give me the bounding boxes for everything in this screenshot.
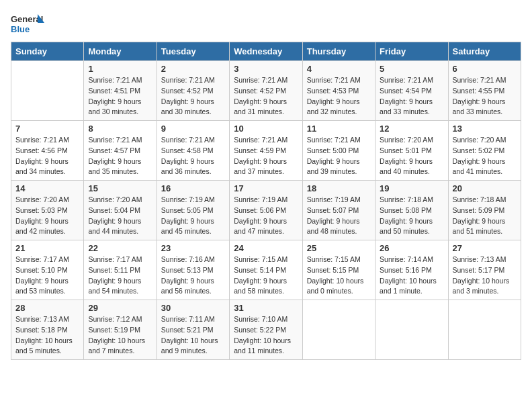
- cell-week2-day3: 17Sunrise: 7:19 AMSunset: 5:06 PMDayligh…: [230, 181, 302, 240]
- day-info: Sunrise: 7:21 AMSunset: 4:52 PMDaylight:…: [234, 75, 298, 118]
- day-number: 1: [88, 64, 152, 74]
- cell-week4-day1: 29Sunrise: 7:12 AMSunset: 5:19 PMDayligh…: [84, 300, 157, 360]
- col-header-saturday: Saturday: [448, 42, 521, 61]
- day-number: 11: [307, 124, 371, 134]
- cell-week2-day1: 15Sunrise: 7:20 AMSunset: 5:04 PMDayligh…: [84, 181, 157, 240]
- cell-week3-day6: 27Sunrise: 7:13 AMSunset: 5:17 PMDayligh…: [448, 240, 521, 300]
- cell-week1-day0: 7Sunrise: 7:21 AMSunset: 4:56 PMDaylight…: [11, 121, 84, 181]
- logo: GeneralBlue: [11, 11, 44, 36]
- day-number: 18: [307, 183, 371, 193]
- cell-week0-day6: 6Sunrise: 7:21 AMSunset: 4:55 PMDaylight…: [448, 61, 521, 121]
- svg-text:Blue: Blue: [11, 24, 30, 34]
- col-header-sunday: Sunday: [11, 42, 84, 61]
- cell-week2-day5: 19Sunrise: 7:18 AMSunset: 5:08 PMDayligh…: [375, 181, 448, 240]
- day-info: Sunrise: 7:21 AMSunset: 4:52 PMDaylight:…: [161, 75, 225, 118]
- cell-week2-day2: 16Sunrise: 7:19 AMSunset: 5:05 PMDayligh…: [157, 181, 229, 240]
- cell-week0-day5: 5Sunrise: 7:21 AMSunset: 4:54 PMDaylight…: [375, 61, 448, 121]
- day-info: Sunrise: 7:20 AMSunset: 5:01 PMDaylight:…: [380, 135, 443, 177]
- day-number: 27: [453, 243, 517, 253]
- day-number: 4: [307, 64, 371, 74]
- header: GeneralBlue: [11, 11, 521, 36]
- day-number: 26: [380, 243, 443, 253]
- day-number: 13: [453, 124, 517, 134]
- day-info: Sunrise: 7:11 AMSunset: 5:21 PMDaylight:…: [161, 314, 225, 357]
- day-number: 24: [234, 243, 298, 253]
- logo-svg: GeneralBlue: [11, 11, 44, 36]
- cell-week1-day1: 8Sunrise: 7:21 AMSunset: 4:57 PMDaylight…: [84, 121, 157, 181]
- cell-week3-day5: 26Sunrise: 7:14 AMSunset: 5:16 PMDayligh…: [375, 240, 448, 300]
- day-number: 3: [234, 64, 298, 74]
- day-number: 21: [15, 243, 79, 253]
- day-info: Sunrise: 7:21 AMSunset: 4:51 PMDaylight:…: [88, 75, 152, 118]
- col-header-tuesday: Tuesday: [157, 42, 229, 61]
- day-info: Sunrise: 7:19 AMSunset: 5:06 PMDaylight:…: [234, 195, 298, 237]
- day-info: Sunrise: 7:18 AMSunset: 5:08 PMDaylight:…: [380, 195, 443, 237]
- cell-week1-day5: 12Sunrise: 7:20 AMSunset: 5:01 PMDayligh…: [375, 121, 448, 181]
- day-info: Sunrise: 7:21 AMSunset: 4:53 PMDaylight:…: [307, 75, 371, 118]
- day-info: Sunrise: 7:19 AMSunset: 5:07 PMDaylight:…: [307, 195, 371, 237]
- cell-week0-day3: 3Sunrise: 7:21 AMSunset: 4:52 PMDaylight…: [230, 61, 302, 121]
- day-info: Sunrise: 7:13 AMSunset: 5:18 PMDaylight:…: [15, 314, 79, 357]
- day-info: Sunrise: 7:21 AMSunset: 4:55 PMDaylight:…: [453, 75, 517, 118]
- day-number: 5: [380, 64, 443, 74]
- day-number: 8: [88, 124, 152, 134]
- day-info: Sunrise: 7:21 AMSunset: 4:58 PMDaylight:…: [161, 135, 225, 177]
- cell-week1-day4: 11Sunrise: 7:21 AMSunset: 5:00 PMDayligh…: [302, 121, 375, 181]
- day-number: 16: [161, 183, 225, 193]
- cell-week3-day0: 21Sunrise: 7:17 AMSunset: 5:10 PMDayligh…: [11, 240, 84, 300]
- cell-week3-day4: 25Sunrise: 7:15 AMSunset: 5:15 PMDayligh…: [302, 240, 375, 300]
- cell-week1-day3: 10Sunrise: 7:21 AMSunset: 4:59 PMDayligh…: [230, 121, 302, 181]
- cell-week2-day0: 14Sunrise: 7:20 AMSunset: 5:03 PMDayligh…: [11, 181, 84, 240]
- cell-week4-day4: [302, 300, 375, 360]
- day-number: 20: [453, 183, 517, 193]
- col-header-wednesday: Wednesday: [230, 42, 302, 61]
- day-info: Sunrise: 7:21 AMSunset: 5:00 PMDaylight:…: [307, 135, 371, 177]
- col-header-friday: Friday: [375, 42, 448, 61]
- day-number: 30: [161, 303, 225, 313]
- cell-week0-day2: 2Sunrise: 7:21 AMSunset: 4:52 PMDaylight…: [157, 61, 229, 121]
- day-info: Sunrise: 7:19 AMSunset: 5:05 PMDaylight:…: [161, 195, 225, 237]
- day-info: Sunrise: 7:12 AMSunset: 5:19 PMDaylight:…: [88, 314, 152, 357]
- day-info: Sunrise: 7:20 AMSunset: 5:02 PMDaylight:…: [453, 135, 517, 177]
- day-number: 15: [88, 183, 152, 193]
- cell-week0-day4: 4Sunrise: 7:21 AMSunset: 4:53 PMDaylight…: [302, 61, 375, 121]
- day-info: Sunrise: 7:21 AMSunset: 4:59 PMDaylight:…: [234, 135, 298, 177]
- day-number: 28: [15, 303, 79, 313]
- day-number: 17: [234, 183, 298, 193]
- day-info: Sunrise: 7:13 AMSunset: 5:17 PMDaylight:…: [453, 255, 517, 297]
- cell-week1-day2: 9Sunrise: 7:21 AMSunset: 4:58 PMDaylight…: [157, 121, 229, 181]
- day-number: 10: [234, 124, 298, 134]
- day-info: Sunrise: 7:21 AMSunset: 4:54 PMDaylight:…: [380, 75, 443, 118]
- day-info: Sunrise: 7:17 AMSunset: 5:11 PMDaylight:…: [88, 255, 152, 297]
- cell-week0-day1: 1Sunrise: 7:21 AMSunset: 4:51 PMDaylight…: [84, 61, 157, 121]
- day-number: 2: [161, 64, 225, 74]
- day-info: Sunrise: 7:17 AMSunset: 5:10 PMDaylight:…: [15, 255, 79, 297]
- day-info: Sunrise: 7:21 AMSunset: 4:56 PMDaylight:…: [15, 135, 79, 177]
- day-number: 19: [380, 183, 443, 193]
- day-number: 23: [161, 243, 225, 253]
- col-header-monday: Monday: [84, 42, 157, 61]
- cell-week4-day6: [448, 300, 521, 360]
- day-info: Sunrise: 7:21 AMSunset: 4:57 PMDaylight:…: [88, 135, 152, 177]
- day-info: Sunrise: 7:14 AMSunset: 5:16 PMDaylight:…: [380, 255, 443, 297]
- day-number: 14: [15, 183, 79, 193]
- cell-week1-day6: 13Sunrise: 7:20 AMSunset: 5:02 PMDayligh…: [448, 121, 521, 181]
- day-info: Sunrise: 7:10 AMSunset: 5:22 PMDaylight:…: [234, 314, 298, 357]
- cell-week4-day2: 30Sunrise: 7:11 AMSunset: 5:21 PMDayligh…: [157, 300, 229, 360]
- day-number: 29: [88, 303, 152, 313]
- day-number: 6: [453, 64, 517, 74]
- day-number: 25: [307, 243, 371, 253]
- cell-week4-day3: 31Sunrise: 7:10 AMSunset: 5:22 PMDayligh…: [230, 300, 302, 360]
- cell-week2-day6: 20Sunrise: 7:18 AMSunset: 5:09 PMDayligh…: [448, 181, 521, 240]
- day-info: Sunrise: 7:16 AMSunset: 5:13 PMDaylight:…: [161, 255, 225, 297]
- day-number: 9: [161, 124, 225, 134]
- day-info: Sunrise: 7:20 AMSunset: 5:04 PMDaylight:…: [88, 195, 152, 237]
- day-info: Sunrise: 7:20 AMSunset: 5:03 PMDaylight:…: [15, 195, 79, 237]
- col-header-thursday: Thursday: [302, 42, 375, 61]
- day-number: 22: [88, 243, 152, 253]
- cell-week4-day0: 28Sunrise: 7:13 AMSunset: 5:18 PMDayligh…: [11, 300, 84, 360]
- day-number: 7: [15, 124, 79, 134]
- day-number: 12: [380, 124, 443, 134]
- day-info: Sunrise: 7:15 AMSunset: 5:14 PMDaylight:…: [234, 255, 298, 297]
- cell-week0-day0: [11, 61, 84, 121]
